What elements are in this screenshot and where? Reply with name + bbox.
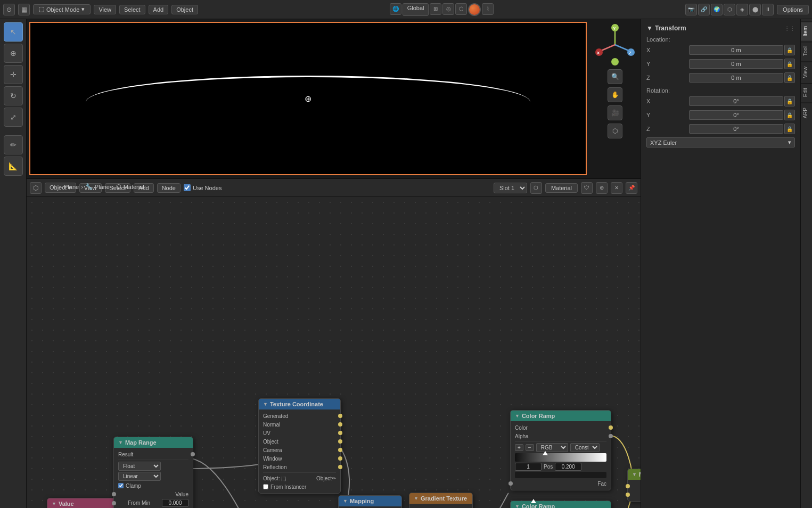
loc-x-value[interactable]: 0 m [689, 45, 783, 55]
loc-z-lock[interactable]: 🔒 [784, 72, 795, 83]
value-label-row-1: Value [118, 490, 188, 498]
render-icon[interactable]: 📷 [685, 4, 697, 15]
side-tab-edit[interactable]: Edit [801, 83, 812, 101]
svg-line-6 [615, 45, 630, 51]
texture-coord-header[interactable]: ▼ Texture Coordinate [259, 399, 340, 409]
rotate-tool[interactable]: ↻ [4, 86, 23, 105]
overlay-icon[interactable]: ◎ [442, 3, 454, 15]
tc-object-value[interactable]: Object✏ [316, 476, 336, 481]
xray-icon[interactable]: ⬡ [455, 3, 467, 15]
viewport-gizmo[interactable]: Y X Z [594, 23, 636, 66]
rot-z-lock[interactable]: 🔒 [784, 124, 795, 134]
from-instancer-check[interactable] [263, 484, 268, 489]
pause-icon[interactable]: ⏸ [762, 4, 774, 15]
output-icon[interactable]: ⬡ [724, 4, 735, 15]
use-nodes-toggle[interactable]: Use Nodes [184, 184, 222, 191]
collapse-arrow-tc: ▼ [263, 402, 268, 407]
nodes-canvas[interactable]: ▼ Value ▼ [27, 197, 641, 508]
rot-y-lock[interactable]: 🔒 [784, 110, 795, 120]
select-tool[interactable]: ↖ [4, 22, 23, 42]
cursor-tool[interactable]: ⊕ [4, 44, 23, 63]
pin-icon[interactable]: 📌 [626, 182, 637, 194]
anim-icon[interactable]: ⬤ [749, 4, 761, 15]
tc-reflection-socket [338, 465, 342, 469]
from-min-input-1[interactable] [162, 499, 188, 507]
side-tab-tool[interactable]: Tool [801, 42, 812, 60]
color-ramp-2-header[interactable]: ▼ Color Ramp [511, 501, 611, 508]
cr1-mode-select[interactable]: RGB [536, 443, 568, 452]
multiply-header[interactable]: ▼ Multiply [628, 469, 641, 480]
viewport-canvas[interactable]: ⊕ [29, 22, 587, 175]
side-tab-item[interactable]: Item [801, 21, 812, 40]
gradient-texture-header[interactable]: ▼ Gradient Texture [409, 493, 472, 504]
blender-icon[interactable]: ⊙ [3, 4, 15, 15]
loc-x-row: X 0 m 🔒 [646, 45, 795, 55]
annotate-tool[interactable]: ✏ [4, 135, 23, 154]
shield-icon[interactable]: 🛡 [581, 182, 593, 194]
global-dropdown[interactable]: 🌐 [390, 3, 401, 15]
layout-icon[interactable]: ▦ [18, 4, 30, 15]
interp-select-1[interactable]: Linear [118, 472, 161, 481]
measure-tool[interactable]: 📐 [4, 157, 23, 176]
loc-y-lock[interactable]: 🔒 [784, 59, 795, 69]
comp-icon[interactable]: ◈ [736, 4, 748, 15]
slot-select[interactable]: Slot 1 [494, 183, 527, 193]
cr1-pos-value-input[interactable] [555, 463, 581, 471]
rot-y-value[interactable]: 0° [689, 110, 783, 120]
global-label[interactable]: Global [403, 3, 429, 16]
node-sphere-icon[interactable]: ⬡ [530, 182, 542, 194]
svg-point-9 [611, 58, 619, 65]
copy-icon[interactable]: ⊕ [596, 182, 608, 194]
node-type-icon[interactable]: ⬡ [30, 182, 42, 194]
snap-icon[interactable]: ⊞ [430, 3, 441, 15]
add-menu-top[interactable]: Add [149, 5, 169, 14]
node-node-menu[interactable]: Node [157, 183, 181, 193]
from-instancer-toggle[interactable]: From Instancer [263, 484, 306, 490]
side-tab-arp[interactable]: ARP [801, 103, 812, 123]
euler-dropdown[interactable]: XYZ Euler ▾ [646, 137, 795, 148]
clamp-toggle-1[interactable]: Clamp [118, 483, 141, 489]
cr1-add-btn[interactable]: + [515, 444, 523, 451]
scale-tool[interactable]: ⤢ [4, 108, 23, 127]
mapping-header[interactable]: ▼ Mapping [339, 496, 401, 506]
scene-icon[interactable]: 🔗 [698, 4, 710, 15]
tc-window-label: Window [263, 456, 282, 462]
cr1-remove-btn[interactable]: − [526, 444, 534, 451]
datatype-select-1[interactable]: Float [118, 462, 161, 471]
loc-z-value[interactable]: 0 m [689, 73, 783, 83]
interp-row-1: Linear [118, 471, 188, 481]
color-ramp-1-body: Color Alpha + − RGB [511, 421, 611, 490]
cr1-interp-select[interactable]: Const... [570, 443, 600, 452]
ortho-btn[interactable]: ⬡ [608, 124, 622, 138]
camera-btn[interactable]: 🎥 [608, 105, 622, 120]
zoom-btn[interactable]: 🔍 [608, 69, 622, 84]
move-tool[interactable]: ✛ [4, 65, 23, 84]
hand-btn[interactable]: ✋ [608, 87, 622, 102]
object-mode-dropdown[interactable]: ⬚ Object Mode ▾ [33, 4, 91, 14]
object-menu[interactable]: Object [171, 5, 198, 14]
value-node-header[interactable]: ▼ Value [47, 498, 121, 508]
select-menu-top[interactable]: Select [119, 5, 145, 14]
rot-x-lock[interactable]: 🔒 [784, 96, 795, 106]
multiply-node: ▼ Multiply [627, 469, 641, 502]
clamp-check-1[interactable] [118, 483, 124, 488]
timeline-icon[interactable]: ⌇ [482, 3, 494, 15]
use-nodes-checkbox[interactable] [184, 184, 191, 191]
options-button[interactable]: Options [777, 5, 809, 14]
view-menu[interactable]: View [94, 5, 116, 14]
world-icon[interactable]: 🌍 [711, 4, 723, 15]
map-range-1-header[interactable]: ▼ Map Range [114, 437, 193, 448]
color-ramp-1-header[interactable]: ▼ Color Ramp [511, 411, 611, 421]
cr1-fac-row: Fac [515, 479, 606, 488]
cr1-stop-input[interactable] [515, 463, 542, 471]
loc-y-value[interactable]: 0 m [689, 59, 783, 69]
close-icon[interactable]: ✕ [611, 182, 622, 194]
breadcrumb-plane1: Plane [64, 184, 79, 190]
rot-x-row: X 0° 🔒 [646, 96, 795, 106]
side-tab-view[interactable]: View [801, 62, 812, 83]
rot-x-value[interactable]: 0° [689, 96, 783, 106]
loc-x-lock[interactable]: 🔒 [784, 45, 795, 55]
material-select[interactable]: Material [545, 183, 578, 193]
viewport-sphere[interactable] [468, 3, 481, 16]
rot-z-value[interactable]: 0° [689, 124, 783, 134]
